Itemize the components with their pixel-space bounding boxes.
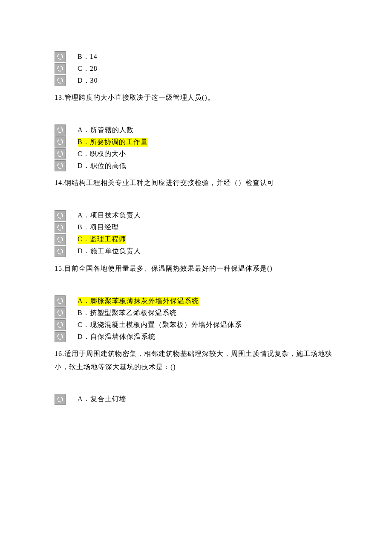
svg-point-8 — [57, 224, 63, 231]
option-row[interactable]: A．复合土钉墙 — [55, 394, 392, 405]
option-label: C．监理工程师 — [78, 235, 126, 244]
question-text: 14.钢结构工程相关专业工种之间应进行交接检验，并经（）检查认可 — [55, 176, 344, 189]
option-label: B．14 — [78, 52, 98, 61]
radio-icon[interactable] — [55, 124, 66, 136]
radio-icon[interactable] — [55, 234, 66, 245]
option-label: D．施工单位负责人 — [78, 247, 141, 256]
radio-icon[interactable] — [55, 148, 66, 159]
option-row[interactable]: D．施工单位负责人 — [55, 246, 392, 257]
svg-point-6 — [57, 162, 63, 169]
svg-point-12 — [57, 309, 63, 316]
option-row[interactable]: D．职位的高低 — [55, 160, 392, 171]
option-row[interactable]: A．膨胀聚苯板薄抹灰外墙外保温系统 — [55, 295, 392, 306]
option-label: B．挤塑型聚苯乙烯板保温系统 — [78, 309, 177, 318]
option-row[interactable]: C．28 — [55, 63, 392, 74]
radio-icon[interactable] — [55, 331, 66, 342]
option-label: D．30 — [78, 76, 98, 85]
option-row[interactable]: B．挤塑型聚苯乙烯板保温系统 — [55, 307, 392, 318]
svg-point-14 — [57, 333, 63, 340]
radio-icon[interactable] — [55, 319, 66, 330]
svg-point-15 — [57, 396, 63, 403]
radio-icon[interactable] — [55, 63, 66, 74]
svg-point-5 — [57, 150, 63, 157]
radio-icon[interactable] — [55, 51, 66, 62]
option-label: A．所管辖的人数 — [78, 126, 134, 135]
radio-icon[interactable] — [55, 75, 66, 86]
option-row[interactable]: A．项目技术负责人 — [55, 210, 392, 221]
option-label: C．职权的大小 — [78, 150, 126, 159]
question-text: 16.适用于周围建筑物密集，相邻建筑物基础埋深较大，周围土质情况复杂，施工场地狭… — [55, 347, 344, 373]
radio-icon[interactable] — [55, 210, 66, 221]
option-label: A．膨胀聚苯板薄抹灰外墙外保温系统 — [78, 297, 199, 306]
svg-point-3 — [57, 127, 63, 133]
option-row[interactable]: B．项目经理 — [55, 222, 392, 233]
option-row[interactable]: B．所要协调的工作量 — [55, 136, 392, 147]
svg-point-10 — [57, 248, 63, 255]
radio-icon[interactable] — [55, 394, 66, 405]
radio-icon[interactable] — [55, 222, 66, 233]
question-text: 15.目前全国各地使用量最多、保温隔热效果最好的一种保温体系是() — [55, 262, 344, 275]
option-label: B．所要协调的工作量 — [78, 138, 148, 147]
radio-icon[interactable] — [55, 307, 66, 318]
radio-icon[interactable] — [55, 136, 66, 147]
option-label: D．职位的高低 — [78, 162, 127, 171]
option-row[interactable]: C．现浇混凝土模板内置（聚苯板）外墙外保温体系 — [55, 319, 392, 330]
option-row[interactable]: C．监理工程师 — [55, 234, 392, 245]
option-row[interactable]: A．所管辖的人数 — [55, 124, 392, 136]
option-label: A．复合土钉墙 — [78, 395, 127, 404]
svg-point-4 — [57, 139, 63, 145]
option-row[interactable]: D．30 — [55, 75, 392, 86]
svg-point-2 — [57, 77, 63, 84]
option-label: C．28 — [78, 64, 98, 73]
option-label: A．项目技术负责人 — [78, 211, 141, 220]
option-label: C．现浇混凝土模板内置（聚苯板）外墙外保温体系 — [78, 321, 242, 330]
radio-icon[interactable] — [55, 295, 66, 306]
option-row[interactable]: C．职权的大小 — [55, 148, 392, 159]
svg-point-1 — [57, 65, 63, 72]
svg-point-9 — [57, 236, 63, 243]
option-label: D．自保温墙体保温系统 — [78, 332, 156, 341]
svg-point-0 — [57, 53, 63, 60]
svg-point-11 — [57, 298, 63, 304]
question-text: 13.管理跨度的大小直接取决于这一级管理人员()。 — [55, 91, 344, 104]
radio-icon[interactable] — [55, 246, 66, 257]
radio-icon[interactable] — [55, 160, 66, 171]
svg-point-13 — [57, 321, 63, 328]
svg-point-7 — [57, 212, 63, 219]
option-row[interactable]: B．14 — [55, 51, 392, 62]
option-label: B．项目经理 — [78, 223, 119, 232]
exam-content: B．14C．28D．3013.管理跨度的大小直接取决于这一级管理人员()。A．所… — [55, 51, 392, 405]
option-row[interactable]: D．自保温墙体保温系统 — [55, 331, 392, 342]
